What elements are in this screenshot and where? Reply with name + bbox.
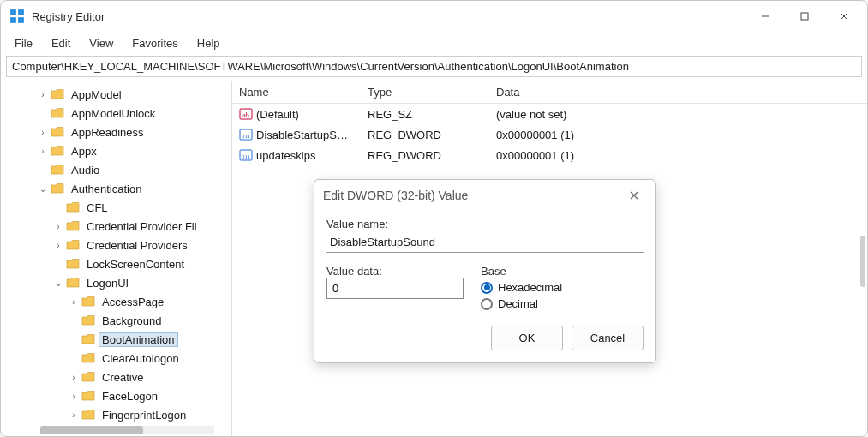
tree-item[interactable]: ⌄LogonUI (6, 273, 231, 292)
folder-icon (51, 145, 64, 157)
folder-icon (81, 371, 95, 383)
expander-placeholder (68, 314, 80, 326)
column-type[interactable]: Type (361, 86, 489, 99)
tree-item[interactable]: LockScreenContent (6, 254, 231, 273)
value-name-label: Value name: (326, 218, 644, 230)
horizontal-scrollbar[interactable] (40, 426, 214, 434)
tree-item[interactable]: BootAnimation (6, 330, 231, 349)
chevron-right-icon[interactable]: › (52, 239, 64, 251)
tree-item[interactable]: Background (6, 311, 231, 330)
tree-item[interactable]: ClearAutologon (6, 349, 231, 368)
folder-icon (81, 296, 95, 308)
folder-icon (51, 164, 64, 176)
chevron-right-icon[interactable]: › (68, 390, 80, 402)
radio-hex-label: Hexadecimal (498, 281, 562, 294)
svg-rect-0 (10, 9, 16, 15)
tree-label: AppReadiness (68, 125, 147, 140)
tree-item[interactable]: CFL (6, 198, 231, 217)
tree-label: LogonUI (83, 276, 132, 290)
list-row[interactable]: 011updateskipsREG_DWORD0x00000001 (1) (232, 145, 867, 165)
tree-item[interactable]: ›Appx (6, 141, 231, 160)
radio-hexadecimal[interactable]: Hexadecimal (481, 281, 562, 294)
dword-value-icon: 011 (239, 128, 253, 141)
cancel-button[interactable]: Cancel (572, 326, 644, 350)
vertical-scrollbar[interactable] (860, 236, 865, 287)
tree-item[interactable]: ›AppModel (6, 85, 231, 104)
radio-decimal[interactable]: Decimal (481, 297, 562, 310)
chevron-right-icon[interactable]: › (68, 409, 80, 421)
value-type: REG_SZ (361, 108, 489, 121)
window-controls (745, 3, 864, 30)
chevron-right-icon[interactable]: › (37, 145, 49, 157)
menu-edit[interactable]: Edit (43, 34, 79, 52)
tree-item[interactable]: ›Credential Providers (6, 236, 231, 254)
folder-icon (81, 409, 95, 421)
expander-placeholder (52, 201, 64, 213)
value-name-field[interactable]: DisableStartupSound (326, 232, 644, 253)
close-button[interactable] (824, 3, 864, 30)
tree-item[interactable]: ›Creative (6, 368, 231, 386)
tree-label: Authentication (68, 182, 145, 196)
tree-label: AppModelUnlock (68, 106, 159, 121)
dialog-close-button[interactable] (621, 183, 647, 208)
list-row[interactable]: ab(Default)REG_SZ(value not set) (232, 104, 867, 124)
svg-rect-3 (18, 17, 24, 23)
value-data: (value not set) (489, 108, 867, 121)
titlebar: Registry Editor (1, 1, 867, 32)
tree-pane[interactable]: ›AppModelAppModelUnlock›AppReadiness›App… (1, 81, 232, 436)
svg-text:011: 011 (242, 153, 251, 160)
dialog-body: Value name: DisableStartupSound Value da… (314, 211, 655, 362)
value-data: 0x00000001 (1) (489, 149, 867, 162)
column-data[interactable]: Data (489, 86, 867, 99)
value-name: updateskips (256, 149, 315, 162)
column-name[interactable]: Name (232, 86, 361, 99)
value-data-input[interactable] (326, 278, 464, 299)
tree-item[interactable]: ›FingerprintLogon (6, 405, 231, 424)
chevron-right-icon[interactable]: › (68, 296, 80, 308)
tree-item[interactable]: ›FaceLogon (6, 386, 231, 405)
folder-icon (81, 333, 95, 345)
folder-icon (66, 201, 80, 213)
tree-label: Background (99, 314, 165, 328)
tree-item[interactable]: ›AccessPage (6, 292, 231, 311)
tree-item[interactable]: ›AppReadiness (6, 123, 231, 141)
radio-icon (481, 282, 493, 294)
tree-item[interactable]: ⌄Authentication (6, 179, 231, 198)
expander-placeholder (68, 333, 80, 345)
chevron-right-icon[interactable]: › (52, 220, 64, 232)
address-bar[interactable]: Computer\HKEY_LOCAL_MACHINE\SOFTWARE\Mic… (6, 56, 862, 77)
expander-placeholder (68, 352, 80, 364)
folder-icon (66, 239, 80, 251)
tree-label: Credential Providers (83, 238, 191, 253)
chevron-down-icon[interactable]: ⌄ (52, 277, 64, 289)
menu-file[interactable]: File (6, 34, 41, 52)
tree-item[interactable]: AppModelUnlock (6, 104, 231, 123)
minimize-button[interactable] (745, 3, 785, 30)
string-value-icon: ab (239, 107, 253, 121)
menubar: File Edit View Favorites Help (1, 32, 867, 54)
tree-label: Credential Provider Fil (83, 219, 201, 234)
list-row[interactable]: 011DisableStartupS…REG_DWORD0x00000001 (… (232, 124, 867, 145)
menu-view[interactable]: View (81, 34, 122, 52)
folder-icon (51, 126, 64, 138)
chevron-right-icon[interactable]: › (37, 126, 49, 138)
svg-rect-2 (10, 17, 16, 23)
svg-rect-1 (18, 9, 24, 15)
chevron-down-icon[interactable]: ⌄ (37, 183, 49, 195)
folder-icon (81, 352, 95, 364)
tree-label: FaceLogon (99, 389, 161, 404)
menu-help[interactable]: Help (189, 34, 229, 52)
maximize-button[interactable] (785, 3, 824, 30)
chevron-right-icon[interactable]: › (37, 88, 49, 100)
base-label: Base (481, 265, 562, 278)
scrollbar-thumb[interactable] (40, 426, 143, 434)
folder-icon (81, 390, 95, 402)
expander-placeholder (52, 258, 64, 270)
ok-button[interactable]: OK (491, 326, 563, 350)
chevron-right-icon[interactable]: › (68, 371, 80, 383)
window-title: Registry Editor (32, 10, 105, 23)
folder-icon (51, 107, 64, 119)
menu-favorites[interactable]: Favorites (123, 34, 186, 52)
tree-item[interactable]: ›Credential Provider Fil (6, 217, 231, 236)
tree-item[interactable]: Audio (6, 160, 231, 179)
